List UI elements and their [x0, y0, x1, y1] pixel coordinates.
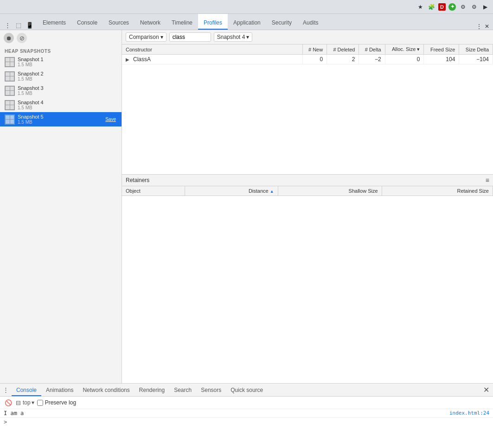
snapshot-5-size: 1.5 MB: [18, 120, 101, 125]
col-freed-size[interactable]: Freed Size: [424, 44, 459, 55]
sidebar-controls: ⏺ ⊘: [0, 30, 122, 46]
col-alloc-size[interactable]: Alloc. Size ▾: [385, 44, 424, 55]
tab-sources[interactable]: Sources: [103, 14, 134, 30]
heap-snapshots-label: HEAP SNAPSHOTS: [0, 46, 122, 55]
content-toolbar: Comparison ▾ Snapshot 4 ▾: [122, 30, 493, 44]
gray-icon-1[interactable]: ⚙: [459, 3, 467, 11]
console-clear-button[interactable]: 🚫: [4, 398, 13, 407]
record-button[interactable]: ⏺: [4, 33, 14, 43]
console-source-link[interactable]: index.html:24: [449, 410, 489, 416]
tab-timeline[interactable]: Timeline: [166, 14, 198, 30]
clear-button[interactable]: ⊘: [17, 33, 27, 43]
snapshot-select[interactable]: Snapshot 4 ▾: [214, 32, 253, 42]
console-prompt: >: [0, 418, 493, 426]
devtools-right-controls: ⋮ ✕: [473, 23, 493, 30]
drawer-tab-network-conditions[interactable]: Network conditions: [78, 384, 134, 396]
console-output-text: I am a: [4, 410, 446, 416]
comparison-select[interactable]: Comparison ▾: [126, 32, 166, 42]
snapshot-icon-4: [5, 100, 15, 110]
tab-security[interactable]: Security: [266, 14, 297, 30]
devtools-device-icon[interactable]: 📱: [25, 20, 34, 30]
col-constructor[interactable]: Constructor: [122, 44, 303, 55]
console-top-filter[interactable]: top ▾: [23, 399, 34, 406]
snapshot-item-1[interactable]: Snapshot 1 1.5 MB: [0, 55, 122, 69]
snapshot-3-size: 1.5 MB: [18, 91, 118, 96]
gray-icon-3[interactable]: ▶: [481, 3, 489, 11]
drawer-tab-quick-source[interactable]: Quick source: [226, 384, 268, 396]
profiles-sidebar: ⏺ ⊘ HEAP SNAPSHOTS Snapshot 1 1.5 MB: [0, 30, 122, 383]
snapshot-5-name: Snapshot 5: [18, 114, 101, 120]
gray-icon-2[interactable]: ⚙: [470, 3, 478, 11]
console-prompt-icon: >: [4, 419, 7, 425]
console-toolbar: 🚫 ⊟ top ▾ Preserve log: [0, 397, 493, 409]
retainers-table: Object Distance ▲ Shallow Size Retained …: [122, 186, 493, 196]
retainers-col-shallow[interactable]: Shallow Size: [278, 186, 382, 196]
star-icon[interactable]: ★: [416, 3, 424, 11]
devtools-close-icon[interactable]: ✕: [485, 23, 489, 30]
tab-profiles[interactable]: Profiles: [198, 14, 228, 30]
drawer-close-button[interactable]: ✕: [480, 385, 493, 394]
red-extension-icon[interactable]: D: [438, 3, 446, 11]
expand-arrow[interactable]: ▶: [126, 57, 131, 62]
col-delta[interactable]: # Delta: [359, 44, 385, 55]
devtools-tab-bar: ⋮ ⬚ 📱 Elements Console Sources Network T…: [0, 14, 493, 30]
console-input[interactable]: [9, 419, 489, 425]
retainers-col-object[interactable]: Object: [122, 186, 185, 196]
browser-icons: ★ 🧩 D ✦ ⚙ ⚙ ▶: [416, 3, 489, 11]
preserve-log-label: Preserve log: [45, 399, 76, 406]
drawer-tab-animations[interactable]: Animations: [41, 384, 78, 396]
tab-application[interactable]: Application: [228, 14, 266, 30]
tab-network[interactable]: Network: [134, 14, 166, 30]
deleted-cell: 2: [327, 55, 359, 64]
table-row: ▶ ClassA 0 2 −2 0 104 −104: [122, 55, 493, 64]
snapshot-1-size: 1.5 MB: [18, 62, 118, 67]
snapshot-item-2[interactable]: Snapshot 2 1.5 MB: [0, 69, 122, 83]
snapshot-4-name: Snapshot 4: [18, 100, 118, 105]
snapshot-item-3[interactable]: Snapshot 3 1.5 MB: [0, 83, 122, 98]
retainers-header: Retainers ≡: [122, 175, 493, 186]
snapshot-3-name: Snapshot 3: [18, 85, 118, 91]
snapshot-4-size: 1.5 MB: [18, 105, 118, 110]
constructor-value: ClassA: [133, 56, 151, 63]
drawer-menu-icon[interactable]: ⋮: [0, 386, 12, 393]
filter-input[interactable]: [169, 32, 211, 42]
preserve-log-checkbox-area: Preserve log: [37, 399, 76, 406]
retainers-section: Retainers ≡ Object Distance ▲ Shallow Si…: [122, 174, 493, 378]
retainers-col-retained[interactable]: Retained Size: [382, 186, 493, 196]
devtools-inspect-icon[interactable]: ⬚: [14, 20, 23, 30]
snapshot-icon-5: [5, 114, 15, 125]
snapshot-item-5[interactable]: Snapshot 5 1.5 MB Save: [0, 112, 122, 126]
heap-data-table: Constructor # New # Deleted # Delta Allo…: [122, 44, 493, 64]
devtools-menu-icon[interactable]: ⋮: [3, 20, 12, 30]
heap-data-table-container: Constructor # New # Deleted # Delta Allo…: [122, 44, 493, 174]
snapshot-5-save[interactable]: Save: [103, 116, 118, 123]
constructor-cell: ▶ ClassA: [122, 55, 303, 64]
drawer-tab-search[interactable]: Search: [169, 384, 196, 396]
table-header-row: Constructor # New # Deleted # Delta Allo…: [122, 44, 493, 55]
green-extension-icon[interactable]: ✦: [448, 3, 456, 11]
drawer-tab-sensors[interactable]: Sensors: [196, 384, 226, 396]
drawer-tab-console[interactable]: Console: [12, 384, 41, 396]
retainers-menu-icon[interactable]: ≡: [486, 177, 489, 184]
tab-audits[interactable]: Audits: [297, 14, 324, 30]
devtools-tabs-list: Elements Console Sources Network Timelin…: [37, 14, 473, 30]
col-new[interactable]: # New: [303, 44, 327, 55]
devtools-more-icon[interactable]: ⋮: [476, 23, 482, 30]
extensions-icon[interactable]: 🧩: [427, 3, 435, 11]
col-deleted[interactable]: # Deleted: [327, 44, 359, 55]
snapshot-item-4[interactable]: Snapshot 4 1.5 MB: [0, 98, 122, 112]
tab-elements[interactable]: Elements: [37, 14, 71, 30]
console-drawer-tabs: ⋮ Console Animations Network conditions …: [0, 384, 493, 397]
tab-console[interactable]: Console: [71, 14, 103, 30]
col-size-delta[interactable]: Size Delta: [459, 44, 493, 55]
preserve-log-checkbox[interactable]: [37, 400, 43, 406]
delta-cell: −2: [359, 55, 385, 64]
retainers-table-container: Object Distance ▲ Shallow Size Retained …: [122, 186, 493, 378]
retainers-col-distance[interactable]: Distance ▲: [185, 186, 278, 196]
devtools-body: ⏺ ⊘ HEAP SNAPSHOTS Snapshot 1 1.5 MB: [0, 30, 493, 383]
retainers-header-row: Object Distance ▲ Shallow Size Retained …: [122, 186, 493, 196]
drawer-tab-rendering[interactable]: Rendering: [134, 384, 169, 396]
new-cell: 0: [303, 55, 327, 64]
devtools-left-controls: ⋮ ⬚ 📱: [0, 20, 37, 30]
size-delta-cell: −104: [459, 55, 493, 64]
